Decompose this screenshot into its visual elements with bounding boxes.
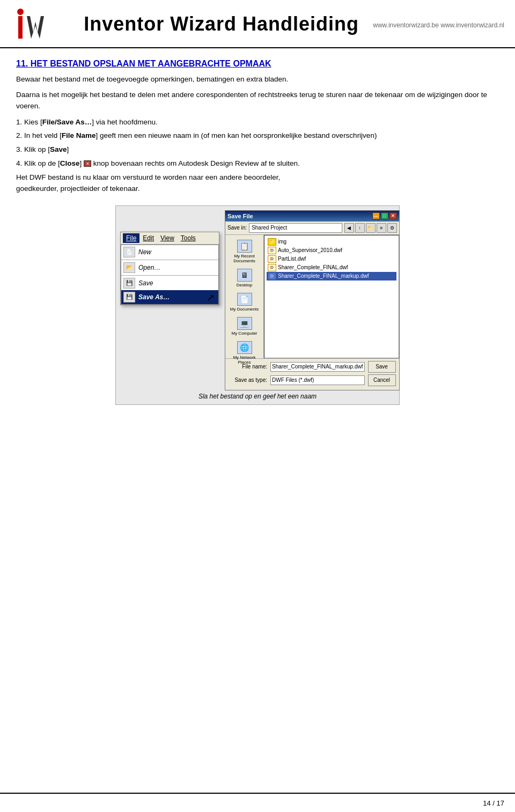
menu-edit[interactable]: Edit xyxy=(139,233,157,243)
dialog-sidebar: 📋 My Recent Documents 🖥 Desktop 📄 My Doc… xyxy=(225,235,264,358)
computer-label: My Computer xyxy=(231,331,257,336)
file-entry-4[interactable]: D Sharer_Complete_FINAL_markup.dwf xyxy=(267,272,396,280)
filetype-value: DWF Files (*.dwf) xyxy=(272,377,314,383)
save-as-icon: 💾 xyxy=(123,292,135,302)
url1: www.inventorwizard.be xyxy=(373,21,439,29)
recent-label: My Recent Documents xyxy=(226,254,262,263)
network-label: My Network Places xyxy=(226,355,262,365)
sidebar-desktop[interactable]: 🖥 Desktop xyxy=(225,266,263,290)
section-title: HET BESTAND OPSLAAN MET AANGEBRACHTE OPM… xyxy=(31,59,271,68)
svg-rect-1 xyxy=(18,16,23,39)
dialog-buttons: — □ ✕ xyxy=(372,212,397,219)
step1-text: 1. Kies [File/Save As…] via het hoofdmen… xyxy=(16,118,158,126)
menu-new[interactable]: 📄 New xyxy=(121,245,218,259)
step-2: 2. In het veld [File Name] geeft men een… xyxy=(16,130,499,142)
tools-button[interactable]: ⚙ xyxy=(387,223,397,233)
dialog-title: Save File xyxy=(227,213,253,219)
view-button[interactable]: ≡ xyxy=(377,223,386,233)
new-icon: 📄 xyxy=(123,247,135,257)
step3-text: 3. Klik op [Save] xyxy=(16,145,69,153)
page-sep: / xyxy=(492,799,495,807)
section-number: 11. xyxy=(16,59,28,68)
svg-point-0 xyxy=(17,9,24,15)
savein-label: Save in: xyxy=(227,225,247,231)
recent-icon: 📋 xyxy=(237,240,252,253)
image-caption: Sla het bestand op en geef het een naam xyxy=(120,393,395,400)
step-3: 3. Klik op [Save] xyxy=(16,144,499,156)
dwf-icon-4: D xyxy=(268,272,276,280)
dwf-icon-2: D xyxy=(268,255,276,263)
desktop-icon: 🖥 xyxy=(237,269,252,282)
sidebar-documents[interactable]: 📄 My Documents xyxy=(225,290,263,314)
final-line-2: goedkeurder, projectleider of tekenaar. xyxy=(16,184,139,193)
dialog-titlebar: Save File — □ ✕ xyxy=(225,211,399,222)
sidebar-network[interactable]: 🌐 My Network Places xyxy=(225,338,263,367)
header-urls: www.inventorwizard.be www.inventorwizard… xyxy=(373,21,504,29)
maximize-button[interactable]: □ xyxy=(381,212,388,219)
close-window-button[interactable]: ✕ xyxy=(389,212,397,219)
back-button[interactable]: ◀ xyxy=(344,223,354,233)
menu-open-label: Open… xyxy=(138,264,160,271)
minimize-button[interactable]: — xyxy=(372,212,380,219)
paragraph-2: Daarna is het mogelijk het bestand te de… xyxy=(16,90,499,112)
file-list: 📁 img D Auto_Supervisor_2010.dwf D PartL… xyxy=(264,235,399,358)
sidebar-recent[interactable]: 📋 My Recent Documents xyxy=(225,237,263,266)
sidebar-computer[interactable]: 💻 My Computer xyxy=(225,314,263,338)
filename-label: File name: xyxy=(229,364,267,370)
file-name-0: img xyxy=(278,239,286,245)
file-name-2: PartList.dwf xyxy=(278,256,306,262)
final-paragraph: Het DWF bestand is nu klaar om verstuurd… xyxy=(16,172,499,195)
menu-tools[interactable]: Tools xyxy=(178,233,199,243)
close-icon: ✕ xyxy=(84,160,91,167)
menu-save[interactable]: 💾 Save xyxy=(121,276,218,290)
app-title: Inventor Wizard Handleiding xyxy=(70,13,373,35)
url2: www.inventorwizard.nl xyxy=(440,21,504,29)
filetype-label: Save as type: xyxy=(229,377,267,383)
step-1: 1. Kies [File/Save As…] via het hoofdmen… xyxy=(16,116,499,128)
page-footer: 14 / 17 xyxy=(0,793,515,812)
final-line-1: Het DWF bestand is nu klaar om verstuurd… xyxy=(16,173,280,181)
paragraph-1: Bewaar het bestand met de toegevoegde op… xyxy=(16,74,499,85)
menu-save-label: Save xyxy=(138,279,153,287)
screenshot-container: File Edit View Tools 📄 New 📂 Open… xyxy=(115,205,400,405)
filename-input[interactable]: Sharer_Complete_FINAL_markup.dwf xyxy=(270,362,365,372)
menu-open[interactable]: 📂 Open… xyxy=(121,261,218,275)
menu-save-as-label: Save As… xyxy=(138,293,170,301)
open-icon: 📂 xyxy=(123,262,135,273)
svg-marker-2 xyxy=(27,16,44,39)
file-menu-dropdown: 📄 New 📂 Open… 💾 Save 💾 S xyxy=(121,245,219,305)
page-current: 14 xyxy=(483,799,490,807)
savein-value: Shared Project xyxy=(252,225,287,231)
file-entry-2[interactable]: D PartList.dwf xyxy=(267,255,396,263)
savein-dropdown[interactable]: Shared Project xyxy=(249,223,342,233)
step-4: 4. Klik op de [Close] ✕ knop bovenaan re… xyxy=(16,158,499,169)
desktop-label: Desktop xyxy=(237,283,252,287)
file-entry-3[interactable]: D Sharer_Complete_FINAL.dwf xyxy=(267,263,396,272)
save-icon: 💾 xyxy=(123,278,135,289)
menu-save-as[interactable]: 💾 Save As… xyxy=(121,290,218,304)
file-name-1: Auto_Supervisor_2010.dwf xyxy=(278,247,342,253)
menu-file[interactable]: File xyxy=(123,233,139,243)
documents-icon: 📄 xyxy=(237,293,252,306)
dialog-toolbar: Save in: Shared Project ◀ ↑ 📁 ≡ ⚙ xyxy=(225,222,399,235)
filetype-select[interactable]: DWF Files (*.dwf) xyxy=(270,375,365,385)
documents-label: My Documents xyxy=(230,307,259,312)
dwf-icon-3: D xyxy=(268,264,276,271)
cancel-button[interactable]: Cancel xyxy=(368,374,396,386)
page-content: 11. HET BESTAND OPSLAAN MET AANGEBRACHTE… xyxy=(0,48,515,419)
cursor-icon: ↖ xyxy=(207,292,215,304)
save-button[interactable]: Save xyxy=(368,361,396,373)
menu-view[interactable]: View xyxy=(157,233,178,243)
file-entry-0[interactable]: 📁 img xyxy=(267,238,396,246)
logo xyxy=(11,5,59,43)
new-folder-button[interactable]: 📁 xyxy=(366,223,376,233)
header-title-block: Inventor Wizard Handleiding xyxy=(70,13,373,35)
toolbar-icons: ◀ ↑ 📁 ≡ ⚙ xyxy=(344,223,397,233)
up-button[interactable]: ↑ xyxy=(355,223,365,233)
steps-list: 1. Kies [File/Save As…] via het hoofdmen… xyxy=(16,116,499,169)
step4-text: 4. Klik op de [Close] ✕ knop bovenaan re… xyxy=(16,159,300,167)
menu-bar: File Edit View Tools xyxy=(121,232,219,245)
step2-text: 2. In het veld [File Name] geeft men een… xyxy=(16,131,377,139)
file-entry-1[interactable]: D Auto_Supervisor_2010.dwf xyxy=(267,246,396,255)
menu-screenshot: File Edit View Tools 📄 New 📂 Open… xyxy=(120,232,219,305)
